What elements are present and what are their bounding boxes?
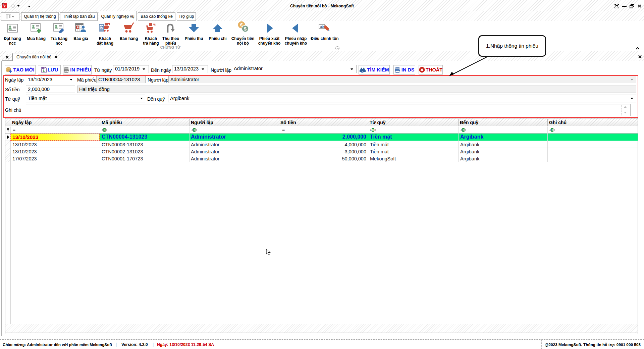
svg-text:B: B — [552, 129, 553, 131]
svg-text:C: C — [554, 129, 555, 131]
svg-text:I D: I D — [361, 71, 364, 73]
svg-text:A: A — [549, 129, 551, 131]
svg-text:C: C — [196, 129, 197, 131]
svg-text:B: B — [372, 129, 374, 131]
svg-text:A: A — [192, 129, 193, 131]
svg-text:A: A — [102, 129, 103, 131]
svg-text:C: C — [106, 129, 107, 131]
svg-text:B: B — [194, 129, 196, 131]
svg-text:B: B — [463, 129, 465, 131]
svg-text:C: C — [374, 129, 376, 131]
svg-text:B: B — [104, 129, 106, 131]
svg-text:A: A — [370, 129, 372, 131]
svg-text:A: A — [461, 129, 462, 131]
svg-text:ab: ab — [320, 25, 324, 29]
svg-text:C: C — [465, 129, 466, 131]
svg-text:$: $ — [244, 26, 247, 32]
